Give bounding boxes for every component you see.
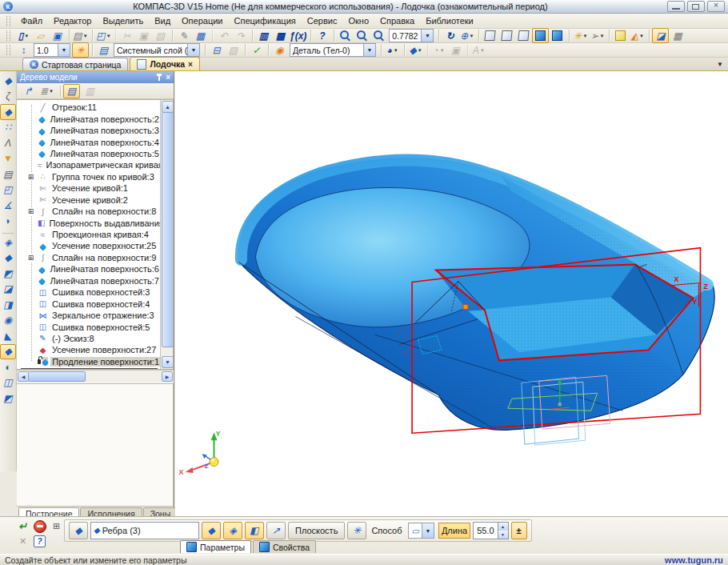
property-tab[interactable]: Параметры [180,540,251,553]
reports-category-button[interactable]: ◰ [0,182,16,198]
tree-relations-button[interactable]: ▥▼ [82,84,98,98]
tree-expander-icon[interactable]: ⊞ [26,173,35,181]
rotate-view-button[interactable]: ↻▼ [442,28,458,43]
macro-button[interactable]: ▩▼ [272,28,289,43]
snap-settings-button[interactable]: ✳▼ [72,42,89,58]
pin-icon[interactable] [156,74,162,82]
properties-button[interactable]: ▦▼ [192,28,209,43]
restore-button[interactable] [687,1,705,12]
zoom-inout-button[interactable]: ▼ [354,28,370,43]
interrupt-button[interactable]: ✕ [14,534,31,549]
copy-geometry-button[interactable]: ▣▼ [447,42,464,58]
menu-item[interactable]: Вид [149,14,176,27]
menu-item[interactable]: Редактор [48,14,97,27]
wireframe-view-button[interactable]: ▼ [482,28,498,43]
scroll-left-icon[interactable]: ◀ [18,371,29,382]
annotation-category-button[interactable]: ∡ [0,198,16,214]
combo-arrow-icon[interactable]: ▼ [363,44,375,56]
spinner-arrows[interactable]: ▲▼ [498,523,508,539]
minimize-button[interactable] [667,1,685,12]
mid-surface-button[interactable]: ◐ [0,359,16,375]
tree-item[interactable]: ⊞ ✄ Усечение кривой:1 [17,182,161,194]
combo-arrow-icon[interactable]: ▼ [187,44,199,56]
help-button[interactable]: ? [31,534,48,549]
new-surface-button[interactable]: ◆▼ [407,42,424,58]
extend-direction-button[interactable]: ◧ [245,522,264,539]
close-button[interactable] [707,1,725,12]
tree-item[interactable]: ⊞ ◆ Линейчатая поверхность:5 [17,148,161,159]
menu-item[interactable]: Файл [15,14,48,27]
tree-item[interactable]: ⊞ ◆ Продление поверхности:1 [17,356,161,367]
print-preview-button[interactable]: ◰▼ [95,28,112,43]
document-scale-combo[interactable]: 1.0 ▼ [34,43,70,57]
edit-part-category-button[interactable]: ◆ [0,73,16,89]
normal-button[interactable]: ✳ [347,522,366,539]
undo-button[interactable]: ↶▼ [215,28,232,43]
new-document-button[interactable]: ▯▼ [15,28,32,43]
network-surface-button[interactable]: ◩ [0,266,16,282]
spin-up-icon[interactable]: ▲ [498,523,508,531]
change-part-button[interactable]: ◉▼ [271,42,288,58]
layers-button[interactable]: ▤▼ [95,42,112,58]
tree-structure-button[interactable]: ▤▼ [63,84,80,98]
menu-item[interactable]: Справка [374,14,420,27]
shaded-edges-view-button[interactable]: ▼ [549,28,566,43]
spin-down-icon[interactable]: ▼ [498,531,508,539]
variables-button[interactable]: ▥▼ [255,28,272,43]
specification-category-button[interactable]: ▤ [0,166,16,182]
part-combo[interactable]: Деталь (Тел-0) ▼ [290,43,376,57]
extend-tangent-button[interactable]: ◈ [223,522,242,539]
document-scale-button[interactable]: ↕▼ [15,42,32,58]
create-object-button[interactable]: ↵ [14,519,31,534]
tree-item[interactable]: ⊞ ✄ Усечение кривой:2 [17,194,161,206]
verify-button[interactable]: ✓▼ [248,42,265,58]
tree-item[interactable]: ⊞ ◆ Усечение поверхности:25 [17,240,161,251]
combo-arrow-icon[interactable]: ▼ [422,523,434,538]
tree-item[interactable]: ⊞ ◆ Линейчатая поверхность:2 [17,113,161,124]
fx-button[interactable]: ƒ(x)▼ [289,28,307,43]
cut-button[interactable]: ✂▼ [118,28,135,43]
tree-item[interactable]: ⊞ ∫ Сплайн на поверхности:9 [17,252,161,263]
tab-list-dropdown-icon[interactable]: ▼ [717,61,723,68]
patch-surface-button[interactable]: ◪ [0,282,16,298]
tree-item[interactable]: ⊞ ✎ (-) Эскиз:8 [17,333,161,344]
menu-item[interactable]: Выделить [97,14,149,27]
tree-item[interactable]: ⊞ ◆ Линейчатая поверхность:4 [17,136,161,147]
delete-face-button[interactable]: ◩ [0,391,16,407]
arrays-category-button[interactable]: ∷ [0,120,16,136]
method-combo[interactable]: ▭ ▼ [408,523,434,539]
tree-item[interactable]: ⊞ ◫ Сшивка поверхностей:3 [17,287,161,298]
copy-style-button[interactable]: ◔▼ [430,42,447,58]
tree-close-icon[interactable]: × [166,73,170,82]
tree-item[interactable]: ⊞ ◆ Усечение поверхности:27 [17,344,161,355]
boat-model-canvas[interactable]: X Z Y Y X Z [175,71,728,516]
zoom-frame-button[interactable]: ▼ [337,28,354,43]
tree-vertical-scrollbar[interactable]: ▲ ▼ [160,100,173,369]
property-tab[interactable]: Свойства [253,540,316,553]
orientation-axes-button[interactable]: ⊕▼ [458,28,475,43]
menu-item[interactable]: Операции [176,14,228,27]
extend-surface-button[interactable]: ◆ [0,344,16,360]
dimension-style-button[interactable]: Α▼ [470,42,487,58]
tree-select-button[interactable]: ↱▼ [20,84,37,98]
tree-item[interactable]: ⊞ ∴ Группа точек по кривой:3 [17,171,161,182]
plane-button[interactable]: Плоскость [288,522,345,539]
filters-category-button[interactable]: ▼ [0,151,16,167]
menu-item[interactable]: Окно [342,14,374,27]
tree-item[interactable]: ⊞ ◧ Поверхность выдавливания:2 [17,217,161,228]
tree-item[interactable]: ⊞ ⋈ Зеркальное отражение:3 [17,310,161,321]
tree-expander-icon[interactable]: ⊞ [26,254,35,262]
imported-surface-button[interactable]: ◈ [2,233,14,250]
menu-item[interactable]: Спецификация [229,14,302,27]
scroll-down-icon[interactable]: ▼ [162,356,174,368]
tab-model-lodochka[interactable]: Лодочка × [130,57,200,70]
auxiliary-geometry-category-button[interactable]: Λ [0,135,16,151]
tree-item[interactable]: ⊞ ≈ Проекционная кривая:4 [17,229,161,240]
save-button[interactable]: ▣▼ [49,28,66,43]
spatial-curves-category-button[interactable]: ζ [0,89,16,105]
display-mode-button[interactable]: ◕▼ [384,42,401,58]
tree-item[interactable]: ⊞ ◆ Линейчатая поверхность:3 [17,125,161,136]
shaded-view-button[interactable]: ▼ [532,28,549,43]
menu-item[interactable]: Библиотеки [420,14,479,27]
scroll-up-icon[interactable]: ▲ [162,101,174,113]
